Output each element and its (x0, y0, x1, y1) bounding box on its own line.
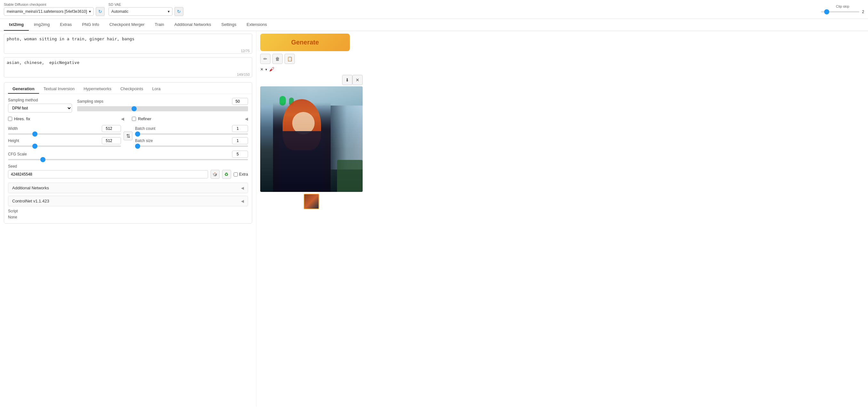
batch-count-slider[interactable] (135, 133, 248, 135)
refiner-checkbox[interactable] (132, 117, 136, 121)
refiner-option: Refiner ◀ (132, 116, 248, 121)
brush-icon[interactable]: 🖌 (269, 67, 274, 72)
sampling-method-select[interactable]: DPM fast (8, 104, 72, 112)
vae-label: SD VAE (108, 3, 198, 6)
seed-recycle-btn[interactable]: ♻ (222, 170, 231, 179)
sampling-steps-label: Sampling steps (77, 99, 103, 104)
batch-count-item: Batch count (135, 125, 248, 135)
nav-tab-train[interactable]: Train (150, 19, 169, 31)
vae-section: SD VAE Automatic ▾ ↻ (108, 3, 198, 16)
script-value-section: None (8, 215, 248, 219)
thumbnail-1[interactable] (304, 194, 319, 209)
edit-btn[interactable]: ✏ (260, 54, 271, 64)
hires-fix-option: Hires. fix ◀ (8, 116, 124, 121)
positive-prompt-input[interactable]: photo, woman sitting in a train, ginger … (4, 34, 252, 54)
size-grid: Width Height (8, 125, 248, 147)
nav-tab-extras[interactable]: Extras (55, 19, 77, 31)
height-label: Height (8, 138, 19, 143)
width-label: Width (8, 126, 18, 131)
vae-select-row: Automatic ▾ ↻ (108, 7, 198, 16)
checkpoint-value: meinamix_meinaV11.safetensors [54ef3e361… (7, 9, 87, 14)
dropdown-arrow: ▾ (265, 67, 267, 72)
batch-size-slider[interactable] (135, 145, 248, 147)
vae-refresh-btn[interactable]: ↻ (175, 7, 183, 16)
vae-dropdown[interactable]: Automatic ▾ (108, 7, 173, 16)
batch-count-input[interactable] (232, 125, 248, 132)
sampling-method-group: Sampling method DPM fast (8, 98, 72, 112)
nav-tab-extensions[interactable]: Extensions (242, 19, 272, 31)
hires-arrow: ◀ (121, 116, 124, 121)
hires-fix-label: Hires. fix (14, 116, 30, 121)
width-input[interactable] (102, 125, 121, 132)
checkpoint-label: Stable Diffusion checkpoint (4, 3, 105, 6)
seed-label: Seed (8, 164, 248, 169)
nav-tab-settings[interactable]: Settings (216, 19, 242, 31)
output-top-controls: ⬇ ✕ (260, 75, 363, 85)
train-seat (337, 160, 363, 192)
batch-size-item: Batch size (135, 137, 248, 147)
close-output-btn[interactable]: ✕ (352, 75, 363, 85)
refiner-check: Refiner (132, 116, 151, 121)
nav-tab-checkpoint-merger[interactable]: Checkpoint Merger (104, 19, 150, 31)
checkpoint-dropdown[interactable]: meinamix_meinaV11.safetensors [54ef3e361… (4, 7, 94, 16)
script-value: None (8, 215, 17, 219)
main-layout: photo, woman sitting in a train, ginger … (0, 31, 868, 407)
gen-tab-textual-inversion[interactable]: Textual Inversion (39, 84, 80, 94)
script-label: Script (8, 209, 18, 213)
checkpoint-arrow: ▾ (89, 9, 91, 14)
gen-tab-hypernetworks[interactable]: Hypernetworks (79, 84, 116, 94)
cfg-label-row: CFG Scale (8, 151, 248, 158)
seed-row: 🎲 ♻ Extra (8, 170, 248, 179)
seed-section: Seed 🎲 ♻ Extra (8, 164, 248, 179)
sampling-steps-slider[interactable] (77, 106, 248, 111)
cfg-scale-input[interactable] (232, 151, 248, 158)
nav-tab-additional-networks[interactable]: Additional Networks (169, 19, 216, 31)
checkpoint-refresh-btn[interactable]: ↻ (96, 7, 105, 16)
paste-btn[interactable]: 📋 (284, 54, 295, 64)
nav-tab-pnginfo[interactable]: PNG Info (77, 19, 104, 31)
gen-tab-generation[interactable]: Generation (8, 84, 39, 94)
download-btn[interactable]: ⬇ (342, 75, 352, 85)
sampling-steps-input[interactable] (232, 98, 248, 105)
gen-tab-checkpoints[interactable]: Checkpoints (116, 84, 148, 94)
extra-checkbox[interactable] (234, 172, 238, 177)
additional-networks-header[interactable]: Additional Networks ◀ (8, 183, 248, 193)
seed-random-btn[interactable]: 🎲 (211, 170, 220, 179)
generation-panel: Generation Textual Inversion Hypernetwor… (4, 82, 252, 224)
top-bar: Stable Diffusion checkpoint meinamix_mei… (0, 0, 868, 19)
hires-fix-checkbox[interactable] (8, 117, 12, 121)
clip-skip-value: 2 (862, 10, 864, 14)
width-slider[interactable] (8, 133, 121, 135)
clip-skip-slider[interactable] (821, 11, 859, 12)
batch-size-input[interactable] (232, 137, 248, 144)
height-slider[interactable] (8, 145, 121, 147)
extra-label: Extra (239, 172, 248, 177)
nav-tab-img2img[interactable]: img2img (29, 19, 55, 31)
swap-dimensions-btn[interactable]: ⇅ (124, 132, 132, 140)
height-label-row: Height (8, 137, 121, 144)
gen-tabs: Generation Textual Inversion Hypernetwor… (4, 82, 252, 94)
cfg-scale-row: CFG Scale (8, 151, 248, 160)
size-left: Width Height (8, 125, 121, 147)
height-input[interactable] (102, 137, 121, 144)
nav-tab-txt2img[interactable]: txt2img (4, 19, 29, 31)
sampling-row: Sampling method DPM fast Sampling steps (8, 98, 248, 112)
script-section: Script (8, 209, 248, 213)
controlnet-header[interactable]: ControlNet v1.1.423 ◀ (8, 196, 248, 206)
generate-button[interactable]: Generate (260, 34, 350, 51)
positive-prompt-count: 12/75 (241, 49, 250, 53)
checkpoint-select-row: meinamix_meinaV11.safetensors [54ef3e361… (4, 7, 105, 16)
cfg-scale-slider[interactable] (8, 159, 248, 160)
width-label-row: Width (8, 125, 121, 132)
size-right: Batch count Batch size (135, 125, 248, 147)
seed-input[interactable] (8, 170, 208, 178)
negative-prompt-input[interactable]: asian, chinese, epicNegative (4, 57, 252, 77)
controlnet-title: ControlNet v1.1.423 (12, 199, 49, 203)
brush-row: ✕ ▾ 🖌 (260, 67, 363, 72)
delete-btn[interactable]: 🗑 (272, 54, 283, 64)
batch-count-label: Batch count (135, 126, 155, 131)
gen-tab-lora[interactable]: Lora (148, 84, 165, 94)
height-row: Height (8, 137, 121, 147)
action-btns-row: ✏ 🗑 📋 (260, 54, 363, 64)
negative-prompt-area: asian, chinese, epicNegative 149/150 (4, 57, 252, 78)
